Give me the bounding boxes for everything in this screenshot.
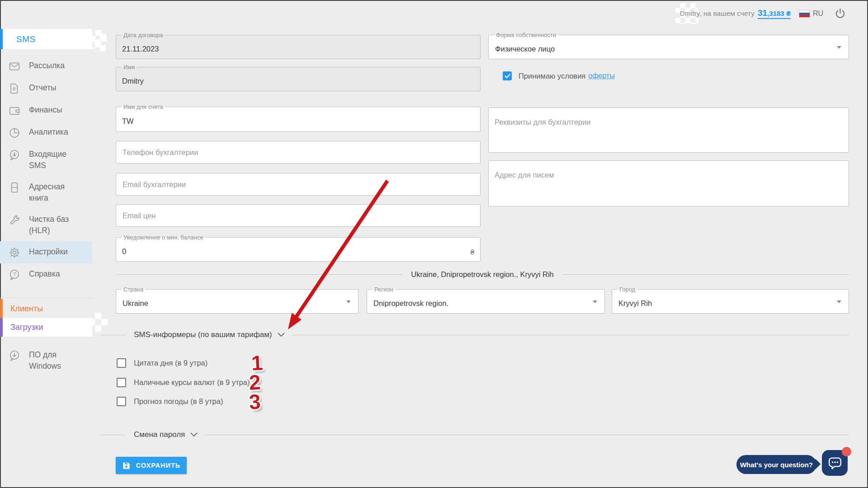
- location-summary-divider: Ukraine, Dnipropetrovsk region., Kryvyi …: [116, 269, 849, 279]
- divider-line: [292, 335, 849, 335]
- password-title: Смена пароля: [134, 430, 185, 439]
- letters-address-field: [488, 160, 849, 206]
- save-button[interactable]: СОХРАНИТЬ: [116, 457, 187, 474]
- balance-int: 31: [758, 8, 767, 18]
- pixel-decor: [94, 33, 106, 52]
- country-label: Страна: [121, 286, 146, 293]
- save-icon: [122, 461, 131, 470]
- dropdown-caret-icon: [837, 46, 841, 49]
- sidebar-item-label: Настройки: [29, 246, 74, 258]
- envelope-icon: [0, 60, 29, 72]
- accounting-email-field: [116, 173, 481, 196]
- offer-link[interactable]: оферты: [588, 72, 614, 80]
- sidebar-item-help[interactable]: ? Справка: [0, 263, 92, 286]
- currency-label: Наличные курсы валют (в 9 утра): [134, 378, 250, 387]
- sidebar-item-label: Справка: [29, 268, 74, 281]
- sidebar-item-address-book[interactable]: Адресная книга: [0, 176, 92, 209]
- language-code[interactable]: RU: [813, 9, 823, 18]
- sidebar-brand-sms[interactable]: SMS: [0, 29, 92, 49]
- sidebar-item-reports[interactable]: Отчеты: [0, 77, 92, 99]
- prices-email-input[interactable]: [116, 205, 480, 226]
- chevron-down-icon: [190, 432, 198, 437]
- ownership-label: Форма собственности: [494, 31, 558, 39]
- quote-checkbox[interactable]: [117, 358, 126, 368]
- currency-checkbox[interactable]: [117, 378, 126, 387]
- offer-terms-row: Принимаю условия оферты: [503, 71, 615, 80]
- windows-software-label: ПО для Windows: [29, 349, 74, 372]
- country-value: Ukraine: [123, 299, 148, 308]
- offer-label: Принимаю условия: [519, 72, 585, 80]
- location-summary: Ukraine, Dnipropetrovsk region., Kryvyi …: [411, 270, 553, 279]
- sidebar-item-label: Аналитика: [29, 127, 74, 139]
- chat-question-text: What's your question?: [740, 461, 813, 469]
- quote-label: Цитата дня (в 9 утра): [134, 359, 208, 367]
- informers-title: SMS-информеры (по вашим тарифам): [134, 330, 272, 339]
- sidebar-item-windows-software[interactable]: ПО для Windows: [0, 344, 92, 377]
- power-icon: [834, 8, 846, 20]
- accounting-phone-input[interactable]: [116, 141, 480, 163]
- min-balance-label: Уведомление о мин. балансе: [121, 234, 206, 241]
- save-label: СОХРАНИТЬ: [136, 462, 181, 469]
- informers-section-header[interactable]: SMS-информеры (по вашим тарифам): [100, 330, 849, 340]
- ownership-value: Физическое лицо: [495, 45, 555, 53]
- clients-label: Клиенты: [10, 304, 43, 314]
- report-icon: [0, 82, 29, 94]
- sidebar-item-analytics[interactable]: Аналитика: [0, 122, 92, 144]
- informer-option-quote[interactable]: Цитата дня (в 9 утра): [117, 358, 208, 367]
- divider-line: [100, 435, 126, 435]
- ownership-select[interactable]: Форма собственности Физическое лицо: [488, 35, 849, 59]
- header: Dmitry, на вашем счету 31,3183 ₴ RU: [680, 5, 846, 22]
- currency-suffix: ₴: [471, 248, 474, 256]
- accounting-details-textarea[interactable]: [489, 108, 849, 152]
- invoice-name-label: Имя для счета: [121, 103, 165, 111]
- region-select[interactable]: Регион Dnipropetrovsk region.: [367, 289, 605, 314]
- dropdown-caret-icon: [346, 300, 351, 303]
- help-icon: ?: [0, 268, 29, 281]
- sidebar-item-clients[interactable]: Клиенты: [0, 299, 92, 318]
- sidebar-divider: [0, 298, 92, 298]
- sidebar-item-incoming-sms[interactable]: Входящие SMS: [0, 144, 92, 176]
- balance-link[interactable]: 31,3183 ₴: [758, 9, 791, 19]
- chat-question-bubble[interactable]: What's your question?: [736, 455, 816, 474]
- incoming-sms-icon: [0, 149, 29, 171]
- country-select[interactable]: Страна Ukraine: [116, 289, 359, 314]
- offer-checkbox[interactable]: [503, 71, 512, 80]
- sidebar-item-label: Адресная книга: [29, 181, 74, 204]
- sidebar-item-label: Рассылка: [29, 60, 74, 72]
- divider-line: [205, 435, 849, 435]
- contract-date-label: Дата договора: [121, 31, 165, 39]
- sidebar-item-label: Чистка баз (HLR): [29, 214, 74, 236]
- sidebar-item-settings[interactable]: Настройки: [0, 241, 92, 263]
- chevron-down-icon: [278, 333, 285, 337]
- sidebar-item-label: Финансы: [29, 104, 74, 117]
- contract-date-input[interactable]: [116, 35, 480, 59]
- gear-icon: [0, 246, 29, 258]
- accounting-email-input[interactable]: [116, 174, 480, 195]
- account-label: Dmitry, на вашем счету: [680, 9, 755, 18]
- language-flag-icon[interactable]: [799, 10, 810, 18]
- letters-address-textarea[interactable]: [489, 161, 849, 206]
- sidebar-item-label: Отчеты: [29, 82, 74, 94]
- sidebar-item-hlr[interactable]: Чистка баз (HLR): [0, 209, 92, 241]
- divider-line: [100, 335, 126, 335]
- brand-label: SMS: [16, 34, 36, 44]
- address-book-icon: [0, 181, 29, 204]
- weather-checkbox[interactable]: [117, 397, 126, 406]
- download-icon: [0, 349, 29, 372]
- sidebar-item-downloads[interactable]: Загрузки: [0, 318, 92, 337]
- flag-stripe-red: [799, 15, 810, 17]
- annotation-3: 3: [249, 389, 261, 414]
- invoice-name-input[interactable]: [116, 107, 480, 131]
- city-select[interactable]: Город Kryvyi Rih: [612, 289, 849, 314]
- password-section-header[interactable]: Смена пароля: [100, 430, 849, 440]
- divider-line: [116, 274, 403, 275]
- sidebar-item-finance[interactable]: Финансы: [0, 99, 92, 122]
- name-input[interactable]: [116, 67, 480, 91]
- sidebar-nav: Рассылка Отчеты Финансы Аналитика Входящ…: [0, 55, 92, 286]
- informer-option-weather[interactable]: Прогноз погоды (в 8 утра): [117, 397, 223, 406]
- prices-email-field: [116, 204, 481, 227]
- divider-line: [562, 274, 849, 275]
- logout-button[interactable]: [834, 8, 846, 20]
- informer-option-currency[interactable]: Наличные курсы валют (в 9 утра): [117, 378, 250, 387]
- sidebar-item-mailing[interactable]: Рассылка: [0, 55, 92, 77]
